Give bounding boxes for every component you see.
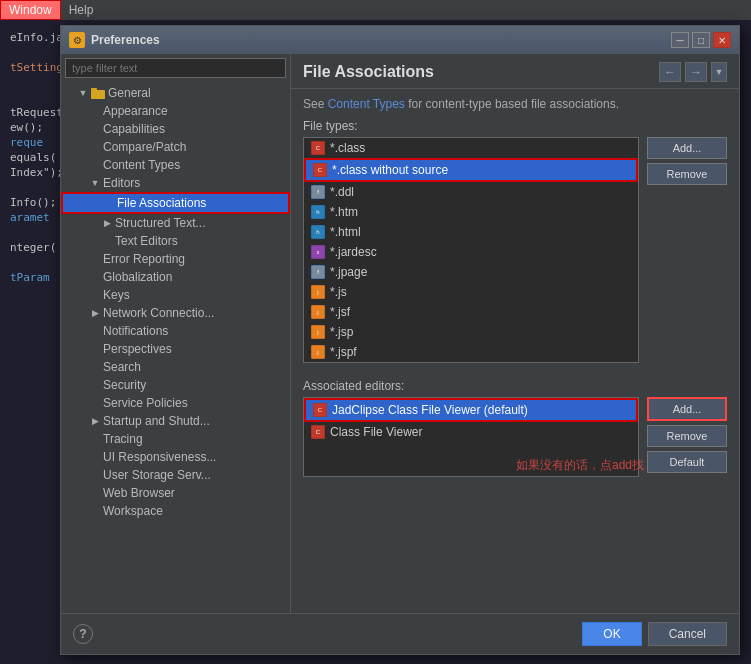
tree-label: Network Connectio...: [103, 306, 214, 320]
default-button[interactable]: Default: [647, 451, 727, 473]
cancel-button[interactable]: Cancel: [648, 622, 727, 646]
tree-item-ui-responsiveness[interactable]: UI Responsiveness...: [61, 448, 290, 466]
nav-dropdown-button[interactable]: ▼: [711, 62, 727, 82]
tree-label: Workspace: [103, 504, 163, 518]
file-types-buttons: Add... Remove: [647, 137, 727, 371]
spacer-icon: [89, 451, 101, 463]
spacer-icon: [89, 325, 101, 337]
content-panel: File Associations ← → ▼ See Content Type…: [291, 54, 739, 613]
list-item[interactable]: x *.jardesc: [304, 242, 638, 262]
list-item[interactable]: j *.jsf: [304, 302, 638, 322]
tree-item-general[interactable]: ▼ General: [61, 84, 290, 102]
tree-label: Tracing: [103, 432, 143, 446]
file-types-section: C *.class C *.class without source: [303, 137, 727, 371]
expand-icon: ▼: [89, 177, 101, 189]
file-type-label: *.js: [330, 285, 347, 299]
tree-item-security[interactable]: Security: [61, 376, 290, 394]
tree-label: Notifications: [103, 324, 168, 338]
list-item-class-viewer[interactable]: C Class File Viewer: [304, 422, 638, 442]
tree-item-keys[interactable]: Keys: [61, 286, 290, 304]
tree-item-appearance[interactable]: Appearance: [61, 102, 290, 120]
file-type-icon: C: [312, 162, 328, 178]
minimize-button[interactable]: ─: [671, 32, 689, 48]
tree-item-notifications[interactable]: Notifications: [61, 322, 290, 340]
tree-panel: ▼ General Appearance Capabili: [61, 54, 291, 613]
spacer-icon: [89, 289, 101, 301]
tree-item-text-editors[interactable]: Text Editors: [61, 232, 290, 250]
nav-back-button[interactable]: ←: [659, 62, 681, 82]
tree-label: Keys: [103, 288, 130, 302]
list-item[interactable]: j *.jsp: [304, 322, 638, 342]
file-type-icon: j: [310, 324, 326, 340]
tree-label: Appearance: [103, 104, 168, 118]
tree-label: Compare/Patch: [103, 140, 186, 154]
tree-label: Editors: [103, 176, 140, 190]
spacer-icon: [89, 379, 101, 391]
list-item[interactable]: h *.html: [304, 222, 638, 242]
expand-icon: ▶: [89, 415, 101, 427]
tree-label: Security: [103, 378, 146, 392]
list-item[interactable]: f *.ddl: [304, 182, 638, 202]
tree-item-startup[interactable]: ▶ Startup and Shutd...: [61, 412, 290, 430]
close-button[interactable]: ✕: [713, 32, 731, 48]
spacer-icon: [89, 397, 101, 409]
tree-item-user-storage[interactable]: User Storage Serv...: [61, 466, 290, 484]
nav-forward-button[interactable]: →: [685, 62, 707, 82]
svg-rect-0: [91, 90, 105, 99]
list-item[interactable]: j *.jspf: [304, 342, 638, 362]
tree-item-network[interactable]: ▶ Network Connectio...: [61, 304, 290, 322]
list-item-jadclipse[interactable]: C JadClipse Class File Viewer (default): [304, 398, 638, 422]
tree-label: Text Editors: [115, 234, 178, 248]
list-item-class-no-source[interactable]: C *.class without source: [304, 158, 638, 182]
spacer-icon: [89, 141, 101, 153]
tree-label: Startup and Shutd...: [103, 414, 210, 428]
tree-item-globalization[interactable]: Globalization: [61, 268, 290, 286]
spacer-icon: [89, 505, 101, 517]
tree-item-file-associations[interactable]: File Associations: [61, 192, 290, 214]
file-type-label: *.ddl: [330, 185, 354, 199]
spacer-icon: [89, 123, 101, 135]
tree-item-search[interactable]: Search: [61, 358, 290, 376]
tree-label: Content Types: [103, 158, 180, 172]
add-file-type-button[interactable]: Add...: [647, 137, 727, 159]
tree-item-workspace[interactable]: Workspace: [61, 502, 290, 520]
tree-item-tracing[interactable]: Tracing: [61, 430, 290, 448]
remove-file-type-button[interactable]: Remove: [647, 163, 727, 185]
file-type-icon: f: [310, 184, 326, 200]
list-item[interactable]: j *.js: [304, 282, 638, 302]
tree-item-compare[interactable]: Compare/Patch: [61, 138, 290, 156]
expand-icon: ▶: [89, 307, 101, 319]
help-button[interactable]: ?: [73, 624, 93, 644]
editor-icon: C: [312, 402, 328, 418]
tree-item-perspectives[interactable]: Perspectives: [61, 340, 290, 358]
editor-icon: C: [310, 424, 326, 440]
tree-item-web-browser[interactable]: Web Browser: [61, 484, 290, 502]
file-type-icon: f: [310, 264, 326, 280]
tree-item-service-policies[interactable]: Service Policies: [61, 394, 290, 412]
file-type-label: *.html: [330, 225, 361, 239]
remove-assoc-button[interactable]: Remove: [647, 425, 727, 447]
file-type-icon: j: [310, 304, 326, 320]
tree-item-structured-text[interactable]: ▶ Structured Text...: [61, 214, 290, 232]
tree-label: File Associations: [117, 196, 206, 210]
tree-item-editors[interactable]: ▼ Editors: [61, 174, 290, 192]
content-body: See Content Types for content-type based…: [291, 89, 739, 613]
svg-rect-1: [91, 88, 97, 91]
tree-container[interactable]: ▼ General Appearance Capabili: [61, 82, 290, 613]
list-item[interactable]: C *.class: [304, 138, 638, 158]
maximize-button[interactable]: □: [692, 32, 710, 48]
desc-text2: for content-type based file associations…: [408, 97, 619, 111]
tree-item-error-reporting[interactable]: Error Reporting: [61, 250, 290, 268]
tree-item-content-types[interactable]: Content Types: [61, 156, 290, 174]
tree-item-capabilities[interactable]: Capabilities: [61, 120, 290, 138]
ok-button[interactable]: OK: [582, 622, 641, 646]
content-types-link[interactable]: Content Types: [328, 97, 405, 111]
tree-search-input[interactable]: [65, 58, 286, 78]
file-type-label: *.htm: [330, 205, 358, 219]
file-type-label: *.jspf: [330, 345, 357, 359]
list-item[interactable]: h *.htm: [304, 202, 638, 222]
list-item[interactable]: f *.jpage: [304, 262, 638, 282]
tree-label: Service Policies: [103, 396, 188, 410]
file-types-list[interactable]: C *.class C *.class without source: [303, 137, 639, 363]
add-assoc-button[interactable]: Add...: [647, 397, 727, 421]
